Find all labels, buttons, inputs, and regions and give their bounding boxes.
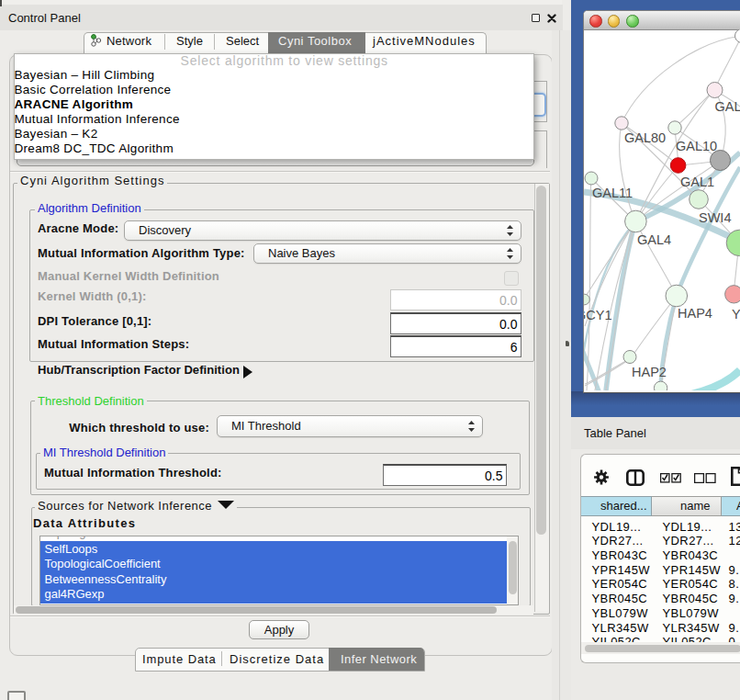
svg-text:GCY1: GCY1: [584, 308, 612, 322]
svg-text:Y: Y: [732, 307, 740, 322]
svg-text:GAL: GAL: [715, 99, 740, 114]
svg-text:SWI4: SWI4: [699, 210, 731, 225]
svg-text:HAP4: HAP4: [678, 306, 712, 321]
svg-text:GAL10: GAL10: [676, 139, 717, 153]
svg-text:HAP2: HAP2: [632, 365, 667, 379]
svg-text:GAL80: GAL80: [624, 130, 666, 145]
svg-text:GAL4: GAL4: [637, 232, 671, 247]
svg-text:GAL11: GAL11: [592, 186, 633, 200]
svg-text:GAL1: GAL1: [680, 175, 714, 189]
